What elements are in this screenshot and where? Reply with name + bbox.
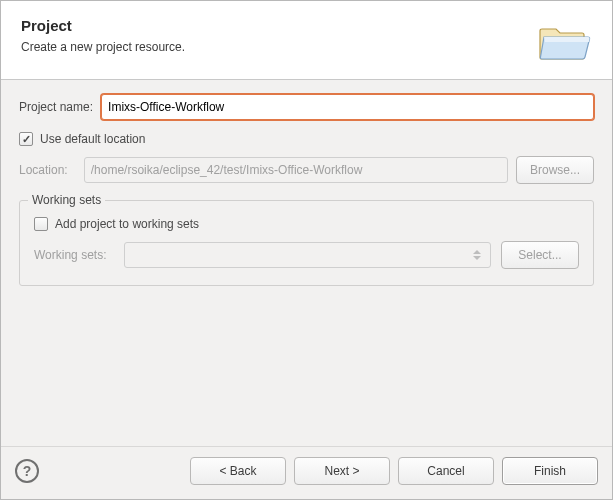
- folder-icon: [536, 17, 592, 61]
- cancel-button[interactable]: Cancel: [398, 457, 494, 485]
- select-working-sets-button: Select...: [501, 241, 579, 269]
- project-name-input[interactable]: [101, 94, 594, 120]
- location-label: Location:: [19, 163, 68, 177]
- working-sets-combo: [124, 242, 491, 268]
- back-button[interactable]: < Back: [190, 457, 286, 485]
- chevron-updown-icon: [470, 250, 484, 260]
- page-title: Project: [21, 17, 185, 34]
- next-button[interactable]: Next >: [294, 457, 390, 485]
- location-input: [84, 157, 508, 183]
- page-subtitle: Create a new project resource.: [21, 40, 185, 54]
- wizard-body: Project name: Use default location Locat…: [1, 80, 612, 446]
- working-sets-legend: Working sets: [28, 193, 105, 207]
- project-name-label: Project name:: [19, 100, 93, 114]
- working-sets-group: Working sets Add project to working sets…: [19, 200, 594, 286]
- add-to-working-sets-label: Add project to working sets: [55, 217, 199, 231]
- wizard-footer: ? < Back Next > Cancel Finish: [1, 446, 612, 499]
- use-default-location-checkbox[interactable]: [19, 132, 33, 146]
- help-icon[interactable]: ?: [15, 459, 39, 483]
- add-to-working-sets-checkbox[interactable]: [34, 217, 48, 231]
- working-sets-combo-label: Working sets:: [34, 248, 106, 262]
- browse-button: Browse...: [516, 156, 594, 184]
- use-default-location-label: Use default location: [40, 132, 145, 146]
- finish-button[interactable]: Finish: [502, 457, 598, 485]
- wizard-header: Project Create a new project resource.: [1, 1, 612, 80]
